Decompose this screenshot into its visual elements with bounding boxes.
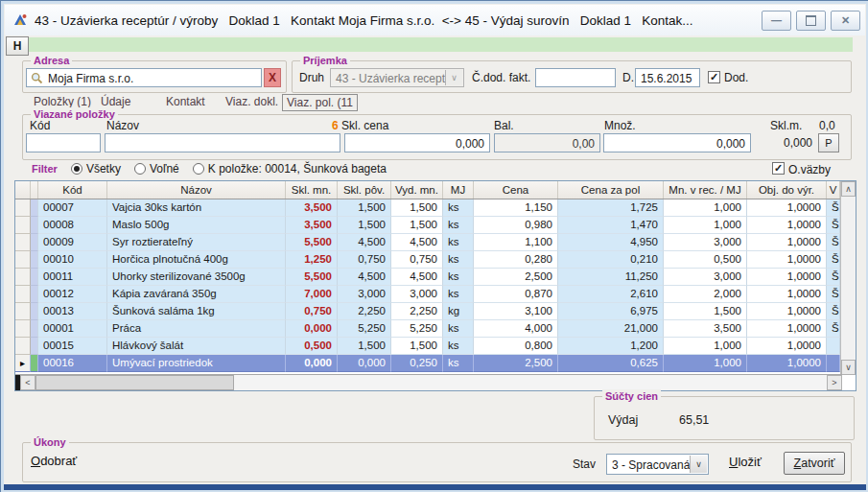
minimize-button[interactable]: — xyxy=(762,11,791,31)
cell-mn_v_rec: 1,000 xyxy=(664,338,747,355)
cell-vyd_mn: 5,250 xyxy=(391,320,443,338)
scroll-left-icon[interactable]: < xyxy=(20,375,35,390)
column-header-vyd_mn[interactable]: Vyd. mn. xyxy=(391,181,443,199)
tab-4[interactable]: Viaz. dokl. xyxy=(222,94,282,109)
horizontal-scrollbar[interactable]: < > xyxy=(15,374,842,390)
status-label: Stav xyxy=(573,457,596,471)
column-header-nazov[interactable]: Názov xyxy=(107,181,286,199)
column-header-v[interactable]: V xyxy=(827,181,840,199)
date-input[interactable]: 15.6.2015 xyxy=(635,68,700,87)
cell-mj: ks xyxy=(443,269,474,286)
cell-nazov: Maslo 500g xyxy=(107,217,286,234)
radio-icon[interactable] xyxy=(71,163,82,175)
scroll-up-icon[interactable]: ∧ xyxy=(841,181,856,197)
close-button[interactable]: ✕ xyxy=(831,11,860,31)
vertical-scrollbar[interactable]: ∧ ∨ xyxy=(840,181,856,375)
radio-icon[interactable] xyxy=(193,163,204,175)
column-header-cena[interactable]: Cena xyxy=(474,181,558,199)
filter-option-1[interactable]: Všetky xyxy=(71,162,121,176)
column-header-mn_v_rec[interactable]: Mn. v rec. / MJ xyxy=(664,181,747,199)
cell-mn_v_rec: 2,000 xyxy=(664,286,747,303)
scrollbar-thumb[interactable] xyxy=(35,375,234,390)
search-icon[interactable] xyxy=(31,72,43,84)
column-header-mj[interactable]: MJ xyxy=(443,181,474,199)
column-header-cena_za_pol[interactable]: Cena za pol xyxy=(558,181,664,199)
table-row[interactable]: 00013Šunková saláma 1kg0,7502,2502,250kg… xyxy=(15,303,856,320)
grid-header-row: KódNázovSkl. mn.Skl. pôv.Vyd. mn.MJCenaC… xyxy=(15,181,856,199)
ovazby-checkbox[interactable]: ✓ xyxy=(772,162,785,175)
cdod-input[interactable] xyxy=(535,68,616,87)
row-indicator xyxy=(15,286,31,303)
filter-option-3[interactable]: K položke: 00014, Šunková bageta xyxy=(193,162,387,176)
row-status-strip xyxy=(31,217,38,234)
column-header-obj_do_vyr[interactable]: Obj. do výr. xyxy=(747,181,827,199)
table-row[interactable]: 00015Hlávkový šalát0,5001,5001,500ks0,80… xyxy=(15,338,856,355)
table-row[interactable]: 00011Uhorky sterilizované 3500g5,5004,50… xyxy=(15,269,856,286)
table-row[interactable]: 00001Práca0,0005,2505,250ks4,00021,0003,… xyxy=(15,320,856,338)
druh-combobox[interactable]: 43 - Uzávierka receptúr / ∨ xyxy=(330,68,464,87)
cell-cena_za_pol: 6,975 xyxy=(558,303,664,320)
row-indicator xyxy=(15,303,31,320)
cell-mj: ks xyxy=(443,286,474,303)
address-field[interactable]: Moja Firma s.r.o. xyxy=(26,68,262,87)
druh-value: 43 - Uzávierka receptúr / xyxy=(336,72,461,85)
table-row[interactable]: 00007Vajcia 30ks kartón3,5001,5001,500ks… xyxy=(15,199,856,217)
p-button[interactable]: P xyxy=(818,133,839,152)
cell-mn_v_rec: 1,000 xyxy=(664,199,747,217)
cell-obj_do_vyr: 1,0000 xyxy=(747,303,827,320)
close-window-button[interactable]: Zatvoriť xyxy=(784,452,845,475)
filter-bar: Filter VšetkyVoľnéK položke: 00014, Šunk… xyxy=(32,161,387,176)
tab-3[interactable]: Kontakt xyxy=(162,94,209,109)
cell-v xyxy=(827,355,840,372)
cell-skl_mn: 3,500 xyxy=(286,199,338,217)
cell-skl_pov: 1,500 xyxy=(338,217,391,234)
cell-v: Š xyxy=(827,303,840,320)
h-button[interactable]: H xyxy=(6,36,29,56)
header-spacer xyxy=(31,181,38,199)
mnoz-input[interactable]: 0,000 xyxy=(603,133,751,152)
skl-cena-label: Skl. cena xyxy=(341,119,388,132)
skl-cena-input[interactable]: 0,000 xyxy=(344,133,490,152)
cell-mj: ks xyxy=(443,199,474,217)
dod-checkbox[interactable]: ✓ xyxy=(708,71,720,83)
kod-input[interactable] xyxy=(26,133,101,152)
scroll-down-icon[interactable]: ∨ xyxy=(841,360,856,375)
cell-mj: ks xyxy=(443,355,474,372)
vydaj-value: 65,51 xyxy=(679,413,709,427)
cell-kod: 00007 xyxy=(38,199,107,217)
row-indicator xyxy=(15,320,31,338)
remove-button[interactable]: Odobrať xyxy=(31,454,77,468)
table-row[interactable]: 00010Horčica plnotučná 400g1,2500,7500,7… xyxy=(15,251,856,269)
column-header-skl_pov[interactable]: Skl. pôv. xyxy=(338,181,391,199)
cell-kod: 00013 xyxy=(38,303,107,320)
column-header-skl_mn[interactable]: Skl. mn. xyxy=(286,181,338,199)
cell-cena: 0,980 xyxy=(474,217,558,234)
table-row[interactable]: 00012Kápia zaváraná 350g7,0003,0003,000k… xyxy=(15,286,856,303)
cell-obj_do_vyr: 1,0000 xyxy=(747,234,827,251)
cell-skl_pov: 0,750 xyxy=(338,251,391,269)
scroll-right-icon[interactable]: > xyxy=(827,375,842,390)
row-status-strip xyxy=(31,355,38,372)
row-indicator xyxy=(15,338,31,355)
save-button[interactable]: Uložiť xyxy=(729,455,762,469)
maximize-button[interactable] xyxy=(796,11,826,31)
cell-cena_za_pol: 1,725 xyxy=(558,199,664,217)
column-header-kod[interactable]: Kód xyxy=(38,181,107,199)
clear-address-button[interactable]: X xyxy=(264,68,281,87)
table-row[interactable]: 00009Syr roztierateľný5,5004,5004,500ks1… xyxy=(15,234,856,251)
table-row[interactable]: 00008Maslo 500g3,5001,5001,500ks0,9801,4… xyxy=(15,217,856,234)
radio-icon[interactable] xyxy=(134,163,146,175)
table-row[interactable]: 00016Umývací prostriedok0,0000,0000,250k… xyxy=(15,355,856,372)
filter-option-2[interactable]: Voľné xyxy=(134,162,179,176)
tab-5[interactable]: Viaz. pol. (11 xyxy=(282,94,358,111)
filter-label: Filter xyxy=(32,163,58,175)
cell-mj: kg xyxy=(443,303,474,320)
chevron-down-icon: ∨ xyxy=(445,70,462,85)
title-bar[interactable]: 43 - Uzávierka receptúr / výroby Doklad … xyxy=(5,5,865,35)
sklm-value: 0,000 xyxy=(757,136,812,150)
cell-mn_v_rec: 1,000 xyxy=(664,355,747,372)
status-combobox[interactable]: 3 - Spracovaná ∨ xyxy=(606,454,709,475)
nazov-input[interactable] xyxy=(105,133,340,152)
cell-skl_mn: 0,750 xyxy=(286,303,338,320)
price-totals-group: Súčty cien Výdaj 65,51 xyxy=(594,396,855,440)
